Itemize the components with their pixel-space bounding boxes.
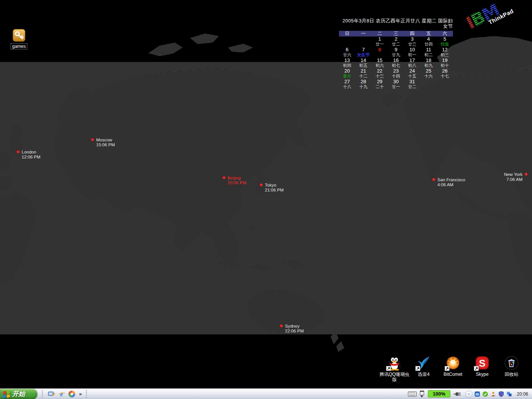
- calendar-day-number: 28: [355, 79, 372, 84]
- calendar-day-number: 4: [420, 36, 437, 42]
- city-label: Moscow15:06 PM: [96, 138, 115, 147]
- key-icon: [13, 29, 25, 42]
- calendar-lunar-label: 初四: [339, 63, 355, 68]
- city-label: New York7:06 AM: [504, 172, 522, 182]
- restore-window-icon: [420, 391, 424, 395]
- battery-indicator[interactable]: 100%: [428, 390, 450, 397]
- calendar-day-cell: 15初六: [372, 58, 388, 68]
- desktop-icon-recycle[interactable]: 回收站: [493, 355, 530, 377]
- calendar-day-cell: 13初四: [339, 58, 355, 68]
- language-bar-restore[interactable]: [420, 391, 424, 397]
- calendar-day-number: 14: [355, 58, 372, 63]
- calendar-day-cell: 25十六: [420, 68, 437, 79]
- system-tray: ‹ mV: [466, 391, 512, 397]
- calendar-day-number: 19: [437, 58, 453, 63]
- city-name: Moscow: [96, 138, 115, 142]
- shortcut-arrow-icon: [415, 366, 420, 371]
- hide-tray-icons-button[interactable]: ‹: [466, 391, 472, 397]
- calendar-day-number: 12: [437, 47, 453, 52]
- calendar-lunar-label: 十三: [372, 74, 388, 79]
- calendar-lunar-label: 十八: [339, 84, 355, 89]
- calendar-lunar-label: 廿四: [420, 42, 437, 47]
- ac-power-plug-icon[interactable]: [453, 391, 462, 397]
- svg-text:V: V: [500, 392, 502, 396]
- calendar-day-number: 15: [372, 58, 388, 63]
- calendar-day-number: 10: [404, 47, 420, 52]
- quick-launch-show-desktop-icon[interactable]: [48, 390, 55, 398]
- tray-maxthon-icon[interactable]: m: [474, 391, 480, 397]
- quick-launch-wmp-icon[interactable]: [68, 390, 76, 398]
- tray-shield-v-icon[interactable]: V: [498, 391, 504, 397]
- desktop-icon-games[interactable]: games: [7, 29, 31, 49]
- city-time: 7:06 AM: [504, 177, 522, 182]
- windows-flag-icon: [3, 390, 10, 398]
- tray-green-check-icon[interactable]: [482, 391, 488, 397]
- calendar-lunar-label: 惊蛰: [437, 42, 453, 47]
- calendar-day-number: 20: [339, 68, 355, 74]
- calendar-lunar-label: 初五: [355, 63, 372, 68]
- calendar-day-number: 31: [404, 79, 420, 84]
- calendar-day-cell: 23十四: [388, 68, 404, 79]
- calendar-day-cell: 21十二: [355, 68, 372, 79]
- calendar-lunar-label: 初八: [404, 63, 420, 68]
- city-name: New York: [504, 172, 522, 177]
- bitcomet-icon: [445, 355, 461, 370]
- city-name: Tokyo: [265, 183, 283, 187]
- calendar-lunar-label: 初六: [372, 63, 388, 68]
- calendar-day-cell: 5惊蛰: [437, 36, 453, 47]
- calendar-day-cell: 3廿三: [404, 36, 420, 47]
- calendar-day-number: 29: [372, 79, 388, 84]
- calendar-day-number: 30: [388, 79, 404, 84]
- tray-messenger-icon[interactable]: [506, 391, 512, 397]
- calendar-day-number: 17: [404, 58, 420, 63]
- quick-launch-ie-icon[interactable]: e: [58, 390, 65, 398]
- city-name: Sydney: [285, 324, 304, 328]
- calendar-day-cell: 31廿二: [404, 79, 420, 90]
- calendar-lunar-label: 初二: [420, 52, 437, 57]
- calendar-lunar-label: 初一: [404, 52, 420, 57]
- calendar-day-number: 24: [404, 68, 420, 74]
- toolbar-drag-handle[interactable]: [42, 390, 44, 398]
- desktop-icon-label: games: [11, 43, 27, 49]
- calendar-lunar-label: 女生节: [355, 52, 372, 57]
- calendar-day-cell: 1廿一: [372, 36, 388, 47]
- calendar-day-cell: 6廿六: [339, 47, 355, 58]
- input-method-keyboard-icon[interactable]: [408, 391, 417, 397]
- calendar-weekday: 六: [437, 31, 453, 36]
- calendar-day-cell: [339, 36, 355, 47]
- svg-text:m: m: [476, 392, 479, 396]
- calendar-weekday-header: 日一二三四五六: [339, 31, 453, 36]
- calendar-day-number: 9: [388, 47, 404, 52]
- calendar-day-cell: 22十三: [372, 68, 388, 79]
- calendar-weekday: 一: [355, 31, 372, 36]
- toolbar-drag-handle[interactable]: [86, 390, 88, 398]
- city-time: 4:06 AM: [437, 182, 466, 187]
- calendar-day-number: 11: [420, 47, 437, 52]
- calendar-day-number: 21: [355, 68, 372, 74]
- city-dot-icon: [91, 138, 94, 141]
- city-time: 15:06 PM: [96, 142, 115, 147]
- city-label: Beijing20:06 PM: [228, 176, 246, 185]
- chevron-down-icon: [420, 396, 423, 397]
- city-name: London: [22, 150, 40, 154]
- calendar-lunar-label: 十六: [420, 74, 437, 79]
- city-label: San Francisco4:06 AM: [437, 177, 466, 187]
- taskbar-clock[interactable]: 20:06: [517, 391, 528, 397]
- calendar-day-cell: 8: [372, 47, 388, 58]
- recycle-icon: [504, 355, 519, 370]
- city-time: 22:06 PM: [285, 329, 304, 333]
- language-bar: [408, 391, 424, 397]
- quick-launch-overflow-chevron[interactable]: »: [78, 391, 82, 397]
- calendar-lunar-label: 初七: [388, 63, 404, 68]
- city-marker: New York7:06 AM: [504, 172, 527, 182]
- tray-person-icon[interactable]: [490, 391, 496, 397]
- calendar-day-cell: 9廿九: [388, 47, 404, 58]
- shortcut-arrow-icon: [445, 366, 450, 371]
- city-marker: Tokyo21:06 PM: [260, 183, 283, 192]
- start-button[interactable]: 开始: [0, 389, 37, 399]
- city-dot-icon: [260, 184, 263, 186]
- calendar-day-cell: 27十八: [339, 79, 355, 90]
- city-time: 21:06 PM: [265, 188, 283, 192]
- calendar-lunar-label: 廿二: [404, 84, 420, 89]
- calendar-lunar-label: 十二: [355, 74, 372, 79]
